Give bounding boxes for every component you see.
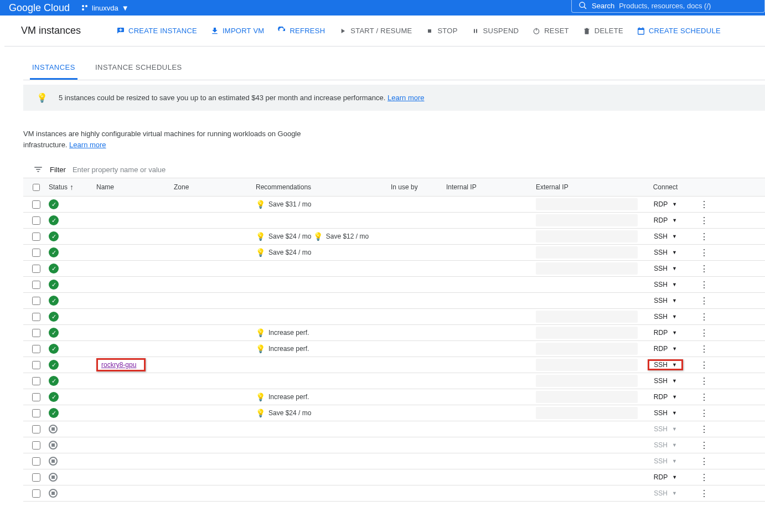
- status-stopped-icon: [49, 441, 58, 450]
- recommendation-chip[interactable]: 💡Save $31 / mo: [256, 200, 311, 209]
- create-instance-button[interactable]: CREATE INSTANCE: [116, 27, 197, 35]
- chevron-down-icon: ▼: [122, 4, 129, 12]
- connect-button[interactable]: RDP ▼: [652, 215, 679, 225]
- row-checkbox[interactable]: [32, 473, 40, 482]
- more-actions-icon[interactable]: ⋮: [700, 360, 709, 370]
- col-zone[interactable]: Zone: [174, 183, 256, 191]
- search-box[interactable]: Search: [571, 0, 765, 13]
- connect-button[interactable]: RDP ▼: [652, 199, 679, 209]
- col-connect[interactable]: Connect: [638, 183, 693, 191]
- col-status[interactable]: Status ↑: [49, 183, 96, 192]
- connect-button[interactable]: RDP ▼: [652, 392, 679, 402]
- recommendation-chip[interactable]: 💡Increase perf.: [256, 392, 309, 401]
- row-checkbox[interactable]: [32, 200, 40, 209]
- select-all-checkbox[interactable]: [33, 184, 40, 191]
- create-schedule-button[interactable]: CREATE SCHEDULE: [637, 27, 721, 35]
- more-actions-icon[interactable]: ⋮: [700, 425, 709, 434]
- stop-button[interactable]: STOP: [425, 27, 457, 35]
- col-name[interactable]: Name: [96, 183, 174, 191]
- row-checkbox[interactable]: [32, 265, 40, 273]
- row-checkbox[interactable]: [32, 345, 40, 353]
- more-actions-icon[interactable]: ⋮: [700, 248, 709, 257]
- row-checkbox[interactable]: [32, 249, 40, 257]
- more-actions-icon[interactable]: ⋮: [700, 409, 709, 418]
- cloud-logo[interactable]: Google Cloud: [9, 2, 70, 14]
- row-checkbox[interactable]: [32, 329, 40, 337]
- row-checkbox[interactable]: [32, 313, 40, 321]
- recommendation-chip[interactable]: 💡Save $12 / mo: [313, 232, 369, 241]
- suspend-button[interactable]: SUSPEND: [471, 27, 519, 35]
- col-external-ip[interactable]: External IP: [536, 183, 638, 191]
- chevron-down-icon: ▼: [672, 378, 677, 384]
- row-checkbox[interactable]: [32, 441, 40, 450]
- tab-instances[interactable]: INSTANCES: [30, 58, 77, 80]
- recommendation-chip[interactable]: 💡Save $24 / mo: [256, 232, 311, 241]
- recommendation-chip[interactable]: 💡Increase perf.: [256, 328, 309, 337]
- connect-button[interactable]: SSH ▼: [652, 456, 679, 466]
- delete-button[interactable]: DELETE: [582, 27, 623, 35]
- more-actions-icon[interactable]: ⋮: [700, 441, 709, 450]
- reset-button[interactable]: RESET: [532, 27, 569, 35]
- row-checkbox[interactable]: [32, 281, 40, 289]
- bulb-icon: 💡: [256, 409, 265, 417]
- connect-button[interactable]: SSH ▼: [652, 264, 679, 273]
- col-inuse[interactable]: In use by: [391, 183, 446, 191]
- more-actions-icon[interactable]: ⋮: [700, 473, 709, 482]
- more-actions-icon[interactable]: ⋮: [700, 200, 709, 209]
- row-checkbox[interactable]: [32, 425, 40, 433]
- more-actions-icon[interactable]: ⋮: [700, 296, 709, 306]
- desc-link[interactable]: Learn more: [69, 141, 106, 149]
- row-checkbox[interactable]: [32, 409, 40, 417]
- more-actions-icon[interactable]: ⋮: [700, 328, 709, 338]
- row-checkbox[interactable]: [32, 233, 40, 241]
- banner-link[interactable]: Learn more: [387, 94, 424, 102]
- connect-button[interactable]: SSH ▼: [652, 296, 679, 306]
- tab-schedules[interactable]: INSTANCE SCHEDULES: [93, 58, 184, 80]
- more-actions-icon[interactable]: ⋮: [700, 392, 709, 402]
- row-checkbox[interactable]: [32, 489, 40, 498]
- more-actions-icon[interactable]: ⋮: [700, 457, 709, 466]
- connect-button[interactable]: SSH ▼: [652, 247, 679, 257]
- project-picker[interactable]: linuxvda ▼: [81, 4, 129, 12]
- connect-button[interactable]: SSH ▼: [652, 488, 679, 498]
- start-button[interactable]: START / RESUME: [338, 27, 412, 35]
- connect-button[interactable]: SSH ▼: [652, 376, 679, 386]
- filter-input[interactable]: [73, 166, 239, 174]
- connect-button[interactable]: SSH ▼: [652, 231, 679, 241]
- more-actions-icon[interactable]: ⋮: [700, 264, 709, 273]
- more-actions-icon[interactable]: ⋮: [700, 216, 709, 225]
- refresh-button[interactable]: REFRESH: [277, 27, 325, 35]
- connect-button[interactable]: RDP ▼: [652, 344, 679, 354]
- connect-button[interactable]: SSH ▼: [652, 408, 679, 418]
- connect-button[interactable]: RDP ▼: [652, 328, 679, 338]
- row-checkbox[interactable]: [32, 297, 40, 305]
- search-input[interactable]: [619, 2, 758, 10]
- connect-button[interactable]: SSH ▼: [652, 360, 679, 370]
- col-recommendations[interactable]: Recommendations: [256, 183, 391, 191]
- more-actions-icon[interactable]: ⋮: [700, 312, 709, 322]
- more-actions-icon[interactable]: ⋮: [700, 280, 709, 290]
- row-checkbox[interactable]: [32, 457, 40, 466]
- connect-button[interactable]: SSH ▼: [652, 440, 679, 450]
- recommendation-chip[interactable]: 💡Increase perf.: [256, 344, 309, 353]
- connect-button[interactable]: RDP ▼: [652, 472, 679, 482]
- row-checkbox[interactable]: [32, 393, 40, 401]
- more-actions-icon[interactable]: ⋮: [700, 344, 709, 354]
- row-checkbox[interactable]: [32, 216, 40, 225]
- chevron-down-icon: ▼: [672, 298, 677, 303]
- more-actions-icon[interactable]: ⋮: [700, 376, 709, 386]
- row-checkbox[interactable]: [32, 377, 40, 385]
- import-vm-button[interactable]: IMPORT VM: [210, 27, 264, 35]
- connect-button[interactable]: SSH ▼: [652, 312, 679, 322]
- status-running-icon: ✓: [49, 231, 59, 241]
- more-actions-icon[interactable]: ⋮: [700, 232, 709, 241]
- recommendation-chip[interactable]: 💡Save $24 / mo: [256, 409, 311, 417]
- col-internal-ip[interactable]: Internal IP: [446, 183, 536, 191]
- recommendation-chip[interactable]: 💡Save $24 / mo: [256, 248, 311, 257]
- vm-name-link[interactable]: rockry8-gpu: [96, 358, 146, 371]
- row-checkbox[interactable]: [32, 361, 40, 369]
- connect-button[interactable]: SSH ▼: [652, 280, 679, 290]
- more-actions-icon[interactable]: ⋮: [700, 489, 709, 498]
- redacted-external-ip: [536, 214, 638, 226]
- connect-button[interactable]: SSH ▼: [652, 424, 679, 434]
